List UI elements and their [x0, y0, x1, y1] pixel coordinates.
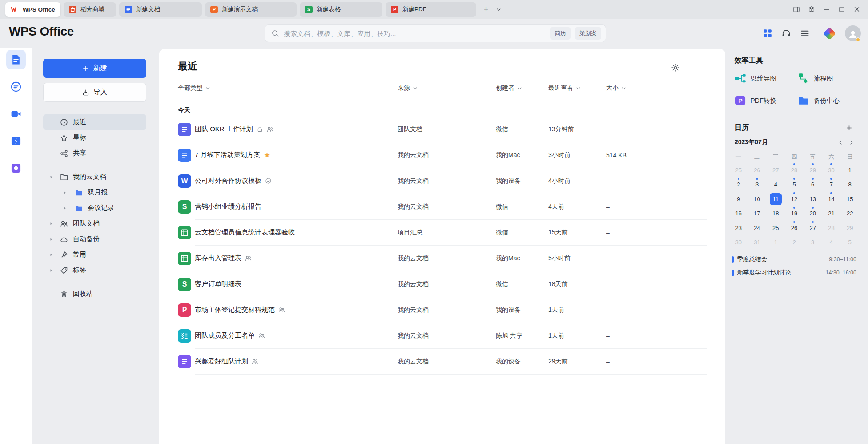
calendar-day[interactable]: 22	[840, 206, 859, 221]
search-tag-resume[interactable]: 简历	[550, 27, 571, 40]
tool-backup-center[interactable]: 备份中心	[798, 92, 859, 109]
calendar-day[interactable]: 1	[766, 235, 785, 250]
table-row[interactable]: 兴趣爱好组队计划我的云文档我的设备29天前–	[178, 349, 707, 375]
calendar-day[interactable]: 10	[748, 192, 767, 206]
calendar-day[interactable]: 23	[729, 221, 748, 235]
caret-down-icon[interactable]	[49, 175, 53, 179]
import-button[interactable]: 导入	[43, 83, 146, 102]
calendar-event[interactable]: 新季度学习计划讨论14:30–16:00	[732, 266, 856, 279]
calendar-day[interactable]: 17	[748, 206, 767, 221]
calendar-day[interactable]: 27	[766, 163, 785, 178]
caret-right-icon[interactable]	[63, 190, 67, 195]
calendar-day[interactable]: 8	[840, 178, 859, 192]
search-tag-proposal[interactable]: 策划案	[575, 27, 601, 40]
calendar-day[interactable]: 30	[729, 235, 748, 250]
calendar-day[interactable]: 26	[785, 221, 804, 235]
workspace-button[interactable]	[804, 2, 819, 17]
calendar-day[interactable]: 2	[729, 178, 748, 192]
calendar-day[interactable]: 5	[840, 235, 859, 250]
calendar-event[interactable]: 季度总结会9:30–11:00	[732, 253, 856, 266]
filter-creator[interactable]: 创建者	[496, 84, 548, 92]
global-menu-button[interactable]	[800, 28, 810, 38]
tab-new-spreadsheet[interactable]: S新建表格	[300, 2, 382, 17]
rail-quick-apps[interactable]	[6, 131, 26, 151]
next-month-button[interactable]	[846, 137, 856, 148]
tab-docer-mall[interactable]: 稻壳商城	[64, 2, 116, 17]
calendar-day[interactable]: 3	[748, 178, 767, 192]
caret-right-icon[interactable]	[49, 268, 53, 273]
calendar-day[interactable]: 11	[766, 192, 785, 206]
rail-meetings[interactable]	[6, 104, 26, 124]
tab-new-pdf[interactable]: P新建PDF	[386, 2, 476, 17]
calendar-day[interactable]: 31	[748, 235, 767, 250]
tab-new-presentation[interactable]: P新建演示文稿	[205, 2, 297, 17]
calendar-day[interactable]: 3	[804, 235, 822, 250]
sidebar-item-bimonthly-report[interactable]: 双月报	[43, 185, 146, 200]
rail-messages[interactable]	[6, 77, 26, 97]
table-row[interactable]: P市场主体登记提交材料规范我的云文档我的设备1天前–	[178, 297, 707, 323]
table-row[interactable]: 团队成员及分工名单我的云文档陈旭 共享1天前–	[178, 323, 707, 349]
tab-wps-office[interactable]: WPS Office	[5, 2, 60, 17]
new-tab-button[interactable]: +	[480, 4, 492, 15]
calendar-day[interactable]: 5	[785, 178, 804, 192]
tab-new-document[interactable]: 新建文档	[119, 2, 202, 17]
calendar-day[interactable]: 26	[748, 163, 767, 178]
calendar-day[interactable]: 20	[804, 206, 822, 221]
calendar-day[interactable]: 28	[822, 221, 841, 235]
search-bar[interactable]: 简历 策划案	[265, 24, 606, 42]
rail-documents[interactable]	[6, 50, 26, 69]
table-row[interactable]: 库存出入管理表我的云文档我的Mac5小时前–	[178, 246, 707, 271]
rail-more-apps[interactable]	[6, 158, 26, 178]
table-row[interactable]: 团队 OKR 工作计划团队文档微信13分钟前–	[178, 117, 707, 142]
sidebar-item-tags[interactable]: 标签	[43, 262, 146, 278]
calendar-day[interactable]: 12	[785, 192, 804, 206]
calendar-day[interactable]: 28	[785, 163, 804, 178]
tool-flowchart[interactable]: 流程图	[798, 69, 859, 87]
prev-month-button[interactable]	[835, 137, 846, 148]
minimize-button[interactable]	[819, 2, 834, 17]
calendar-day[interactable]: 21	[822, 206, 841, 221]
calendar-day[interactable]: 9	[729, 192, 748, 206]
filter-viewed[interactable]: 最近查看	[548, 84, 606, 92]
table-row[interactable]: W公司对外合作协议模板我的云文档我的设备4小时前–	[178, 168, 707, 194]
calendar-day[interactable]: 7	[822, 178, 841, 192]
calendar-day[interactable]: 16	[729, 206, 748, 221]
sidebar-toggle-button[interactable]	[789, 2, 804, 17]
calendar-day[interactable]: 27	[804, 221, 822, 235]
caret-right-icon[interactable]	[49, 253, 53, 257]
sidebar-item-starred[interactable]: 星标	[43, 130, 146, 145]
table-row[interactable]: 云文档管理员信息统计表理器验收项目汇总微信15天前–	[178, 220, 707, 246]
maximize-button[interactable]	[834, 2, 849, 17]
tool-mindmap[interactable]: 思维导图	[735, 69, 798, 87]
membership-button[interactable]	[823, 27, 836, 40]
calendar-day[interactable]: 4	[766, 178, 785, 192]
caret-right-icon[interactable]	[63, 206, 67, 210]
calendar-day[interactable]: 6	[804, 178, 822, 192]
calendar-day[interactable]: 18	[766, 206, 785, 221]
calendar-day[interactable]: 25	[729, 163, 748, 178]
support-button[interactable]	[781, 28, 792, 38]
calendar-day[interactable]: 29	[840, 221, 859, 235]
settings-gear-icon[interactable]	[671, 63, 680, 72]
caret-right-icon[interactable]	[49, 222, 53, 226]
sidebar-item-team-docs[interactable]: 团队文档	[43, 216, 146, 231]
calendar-day[interactable]: 4	[822, 235, 841, 250]
calendar-day[interactable]: 15	[840, 192, 859, 206]
sidebar-item-auto-backup[interactable]: 自动备份	[43, 231, 146, 247]
calendar-day[interactable]: 30	[822, 163, 841, 178]
calendar-day[interactable]: 24	[748, 221, 767, 235]
tool-pdf-convert[interactable]: PPDF转换	[735, 92, 798, 109]
calendar-day[interactable]: 25	[766, 221, 785, 235]
calendar-day[interactable]: 14	[822, 192, 841, 206]
table-row[interactable]: S客户订单明细表我的云文档微信18天前–	[178, 271, 707, 297]
sidebar-item-shared[interactable]: 共享	[43, 145, 146, 161]
tab-list-chevron[interactable]	[493, 4, 504, 15]
filter-type[interactable]: 全部类型	[178, 84, 398, 92]
search-input[interactable]	[284, 30, 546, 37]
table-row[interactable]: 7 月线下活动策划方案★我的云文档我的Mac3小时前514 KB	[178, 142, 707, 168]
sidebar-item-frequent[interactable]: 常用	[43, 247, 146, 262]
filter-source[interactable]: 来源	[398, 84, 496, 92]
sidebar-item-recent[interactable]: 最近	[43, 114, 146, 130]
filter-size[interactable]: 大小	[606, 84, 707, 92]
caret-right-icon[interactable]	[49, 237, 53, 242]
